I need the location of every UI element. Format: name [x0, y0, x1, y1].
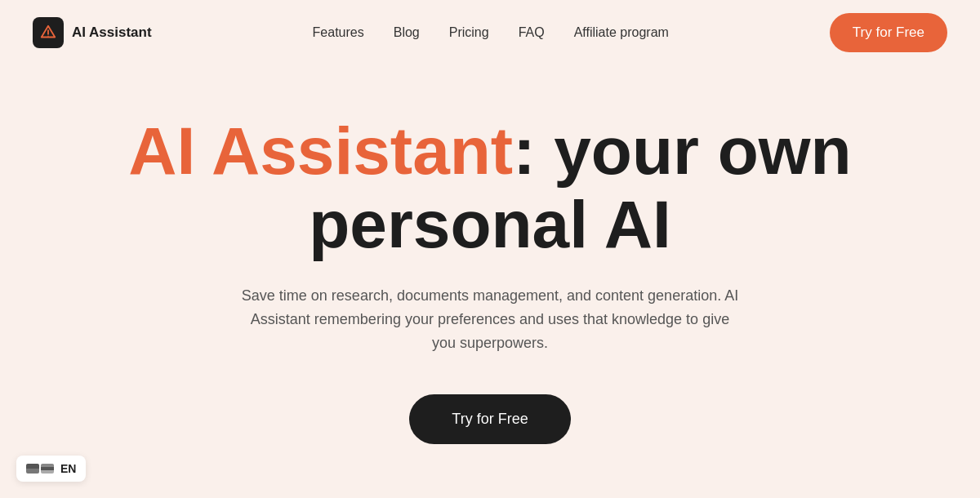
nav-item-features[interactable]: Features	[313, 25, 364, 40]
hero-cta-button[interactable]: Try for Free	[409, 394, 570, 444]
nav-links: Features Blog Pricing FAQ Affiliate prog…	[313, 25, 669, 40]
nav-link-faq[interactable]: FAQ	[519, 25, 545, 39]
hero-title-accent: AI Assistant	[128, 113, 513, 188]
hero-section: AI Assistant: your own personal AI Save …	[0, 65, 980, 477]
flag-icon-2	[41, 464, 54, 474]
nav-link-pricing[interactable]: Pricing	[449, 25, 489, 39]
nav-link-affiliate[interactable]: Affiliate program	[574, 25, 669, 39]
language-code: EN	[60, 462, 76, 475]
language-badge[interactable]: EN	[16, 456, 86, 482]
flag-icon-1	[26, 464, 39, 474]
nav-item-affiliate[interactable]: Affiliate program	[574, 25, 669, 40]
hero-title: AI Assistant: your own personal AI	[122, 114, 858, 261]
nav-item-faq[interactable]: FAQ	[519, 25, 545, 40]
nav-link-features[interactable]: Features	[313, 25, 364, 39]
brand-logo-link[interactable]: AI Assistant	[33, 17, 152, 48]
nav-item-blog[interactable]: Blog	[394, 25, 420, 40]
svg-point-2	[47, 35, 48, 36]
brand-logo	[33, 17, 64, 48]
nav-item-pricing[interactable]: Pricing	[449, 25, 489, 40]
navbar: AI Assistant Features Blog Pricing FAQ A…	[0, 0, 980, 65]
hero-subtitle: Save time on research, documents managem…	[237, 284, 743, 354]
nav-link-blog[interactable]: Blog	[394, 25, 420, 39]
nav-cta-button[interactable]: Try for Free	[830, 13, 947, 52]
language-flags	[26, 464, 54, 474]
brand-name: AI Assistant	[72, 24, 152, 41]
